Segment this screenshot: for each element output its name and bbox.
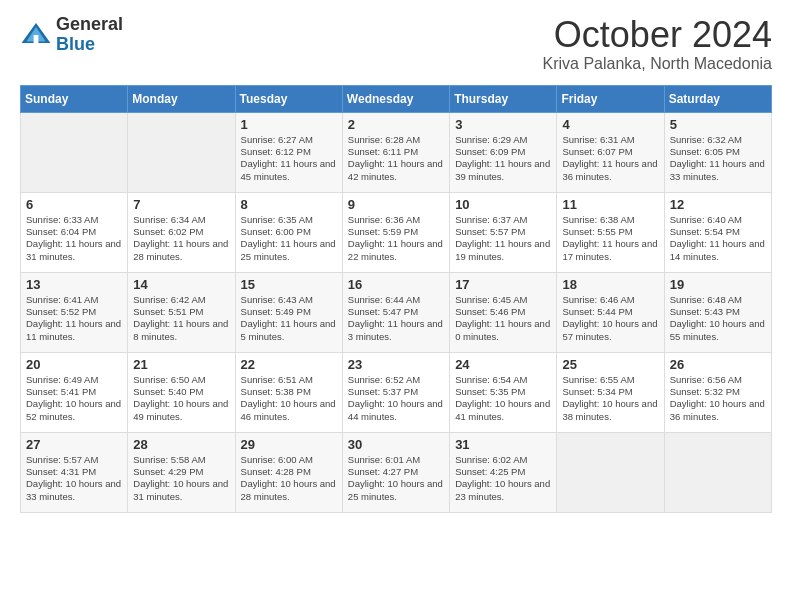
day-info: Sunrise: 6:35 AM Sunset: 6:00 PM Dayligh… (241, 214, 337, 263)
calendar-cell: 26Sunrise: 6:56 AM Sunset: 5:32 PM Dayli… (664, 352, 771, 432)
day-info: Sunrise: 6:28 AM Sunset: 6:11 PM Dayligh… (348, 134, 444, 183)
calendar-cell: 24Sunrise: 6:54 AM Sunset: 5:35 PM Dayli… (450, 352, 557, 432)
calendar-table: Sunday Monday Tuesday Wednesday Thursday… (20, 85, 772, 513)
calendar-cell: 25Sunrise: 6:55 AM Sunset: 5:34 PM Dayli… (557, 352, 664, 432)
day-info: Sunrise: 6:49 AM Sunset: 5:41 PM Dayligh… (26, 374, 122, 423)
day-info: Sunrise: 6:33 AM Sunset: 6:04 PM Dayligh… (26, 214, 122, 263)
calendar-cell: 8Sunrise: 6:35 AM Sunset: 6:00 PM Daylig… (235, 192, 342, 272)
calendar-cell: 23Sunrise: 6:52 AM Sunset: 5:37 PM Dayli… (342, 352, 449, 432)
day-info: Sunrise: 6:37 AM Sunset: 5:57 PM Dayligh… (455, 214, 551, 263)
day-info: Sunrise: 6:44 AM Sunset: 5:47 PM Dayligh… (348, 294, 444, 343)
day-number: 23 (348, 357, 444, 372)
calendar-cell: 6Sunrise: 6:33 AM Sunset: 6:04 PM Daylig… (21, 192, 128, 272)
header-tuesday: Tuesday (235, 85, 342, 112)
header-sunday: Sunday (21, 85, 128, 112)
header-saturday: Saturday (664, 85, 771, 112)
header: General Blue October 2024 Kriva Palanka,… (20, 15, 772, 73)
day-number: 27 (26, 437, 122, 452)
day-number: 14 (133, 277, 229, 292)
calendar-cell: 20Sunrise: 6:49 AM Sunset: 5:41 PM Dayli… (21, 352, 128, 432)
day-number: 26 (670, 357, 766, 372)
calendar-cell: 13Sunrise: 6:41 AM Sunset: 5:52 PM Dayli… (21, 272, 128, 352)
day-info: Sunrise: 6:42 AM Sunset: 5:51 PM Dayligh… (133, 294, 229, 343)
calendar-week-row: 1Sunrise: 6:27 AM Sunset: 6:12 PM Daylig… (21, 112, 772, 192)
calendar-cell: 28Sunrise: 5:58 AM Sunset: 4:29 PM Dayli… (128, 432, 235, 512)
page-container: General Blue October 2024 Kriva Palanka,… (0, 0, 792, 523)
calendar-cell: 27Sunrise: 5:57 AM Sunset: 4:31 PM Dayli… (21, 432, 128, 512)
day-number: 25 (562, 357, 658, 372)
calendar-cell: 29Sunrise: 6:00 AM Sunset: 4:28 PM Dayli… (235, 432, 342, 512)
day-info: Sunrise: 6:32 AM Sunset: 6:05 PM Dayligh… (670, 134, 766, 183)
day-info: Sunrise: 6:51 AM Sunset: 5:38 PM Dayligh… (241, 374, 337, 423)
calendar-week-row: 13Sunrise: 6:41 AM Sunset: 5:52 PM Dayli… (21, 272, 772, 352)
logo-general-text: General (56, 15, 123, 35)
day-info: Sunrise: 6:48 AM Sunset: 5:43 PM Dayligh… (670, 294, 766, 343)
day-number: 28 (133, 437, 229, 452)
logo-blue-text: Blue (56, 35, 123, 55)
svg-rect-2 (34, 35, 39, 43)
logo: General Blue (20, 15, 123, 55)
day-number: 15 (241, 277, 337, 292)
day-number: 21 (133, 357, 229, 372)
header-friday: Friday (557, 85, 664, 112)
day-info: Sunrise: 6:43 AM Sunset: 5:49 PM Dayligh… (241, 294, 337, 343)
calendar-cell: 18Sunrise: 6:46 AM Sunset: 5:44 PM Dayli… (557, 272, 664, 352)
day-number: 30 (348, 437, 444, 452)
day-number: 10 (455, 197, 551, 212)
day-info: Sunrise: 6:50 AM Sunset: 5:40 PM Dayligh… (133, 374, 229, 423)
day-info: Sunrise: 6:56 AM Sunset: 5:32 PM Dayligh… (670, 374, 766, 423)
location-subtitle: Kriva Palanka, North Macedonia (543, 55, 772, 73)
day-number: 4 (562, 117, 658, 132)
calendar-cell: 3Sunrise: 6:29 AM Sunset: 6:09 PM Daylig… (450, 112, 557, 192)
calendar-cell: 2Sunrise: 6:28 AM Sunset: 6:11 PM Daylig… (342, 112, 449, 192)
day-number: 13 (26, 277, 122, 292)
logo-text: General Blue (56, 15, 123, 55)
title-block: October 2024 Kriva Palanka, North Macedo… (543, 15, 772, 73)
calendar-cell: 9Sunrise: 6:36 AM Sunset: 5:59 PM Daylig… (342, 192, 449, 272)
day-info: Sunrise: 6:01 AM Sunset: 4:27 PM Dayligh… (348, 454, 444, 503)
calendar-cell: 15Sunrise: 6:43 AM Sunset: 5:49 PM Dayli… (235, 272, 342, 352)
calendar-cell: 4Sunrise: 6:31 AM Sunset: 6:07 PM Daylig… (557, 112, 664, 192)
calendar-cell: 17Sunrise: 6:45 AM Sunset: 5:46 PM Dayli… (450, 272, 557, 352)
day-info: Sunrise: 5:58 AM Sunset: 4:29 PM Dayligh… (133, 454, 229, 503)
day-number: 2 (348, 117, 444, 132)
calendar-cell: 1Sunrise: 6:27 AM Sunset: 6:12 PM Daylig… (235, 112, 342, 192)
day-info: Sunrise: 6:41 AM Sunset: 5:52 PM Dayligh… (26, 294, 122, 343)
day-number: 31 (455, 437, 551, 452)
calendar-cell: 11Sunrise: 6:38 AM Sunset: 5:55 PM Dayli… (557, 192, 664, 272)
calendar-week-row: 20Sunrise: 6:49 AM Sunset: 5:41 PM Dayli… (21, 352, 772, 432)
day-number: 11 (562, 197, 658, 212)
day-number: 22 (241, 357, 337, 372)
day-info: Sunrise: 6:29 AM Sunset: 6:09 PM Dayligh… (455, 134, 551, 183)
day-number: 6 (26, 197, 122, 212)
day-info: Sunrise: 6:40 AM Sunset: 5:54 PM Dayligh… (670, 214, 766, 263)
calendar-cell: 16Sunrise: 6:44 AM Sunset: 5:47 PM Dayli… (342, 272, 449, 352)
calendar-cell: 30Sunrise: 6:01 AM Sunset: 4:27 PM Dayli… (342, 432, 449, 512)
day-info: Sunrise: 6:34 AM Sunset: 6:02 PM Dayligh… (133, 214, 229, 263)
calendar-cell: 21Sunrise: 6:50 AM Sunset: 5:40 PM Dayli… (128, 352, 235, 432)
day-info: Sunrise: 6:27 AM Sunset: 6:12 PM Dayligh… (241, 134, 337, 183)
calendar-week-row: 27Sunrise: 5:57 AM Sunset: 4:31 PM Dayli… (21, 432, 772, 512)
day-number: 7 (133, 197, 229, 212)
calendar-cell: 5Sunrise: 6:32 AM Sunset: 6:05 PM Daylig… (664, 112, 771, 192)
day-info: Sunrise: 5:57 AM Sunset: 4:31 PM Dayligh… (26, 454, 122, 503)
calendar-cell: 10Sunrise: 6:37 AM Sunset: 5:57 PM Dayli… (450, 192, 557, 272)
day-number: 8 (241, 197, 337, 212)
day-number: 9 (348, 197, 444, 212)
calendar-cell: 14Sunrise: 6:42 AM Sunset: 5:51 PM Dayli… (128, 272, 235, 352)
day-number: 16 (348, 277, 444, 292)
day-number: 3 (455, 117, 551, 132)
day-info: Sunrise: 6:55 AM Sunset: 5:34 PM Dayligh… (562, 374, 658, 423)
day-number: 24 (455, 357, 551, 372)
day-info: Sunrise: 6:46 AM Sunset: 5:44 PM Dayligh… (562, 294, 658, 343)
calendar-cell (128, 112, 235, 192)
calendar-cell: 7Sunrise: 6:34 AM Sunset: 6:02 PM Daylig… (128, 192, 235, 272)
calendar-cell: 12Sunrise: 6:40 AM Sunset: 5:54 PM Dayli… (664, 192, 771, 272)
weekday-header-row: Sunday Monday Tuesday Wednesday Thursday… (21, 85, 772, 112)
day-info: Sunrise: 6:36 AM Sunset: 5:59 PM Dayligh… (348, 214, 444, 263)
day-info: Sunrise: 6:00 AM Sunset: 4:28 PM Dayligh… (241, 454, 337, 503)
day-info: Sunrise: 6:31 AM Sunset: 6:07 PM Dayligh… (562, 134, 658, 183)
calendar-cell (557, 432, 664, 512)
calendar-cell (664, 432, 771, 512)
day-number: 5 (670, 117, 766, 132)
